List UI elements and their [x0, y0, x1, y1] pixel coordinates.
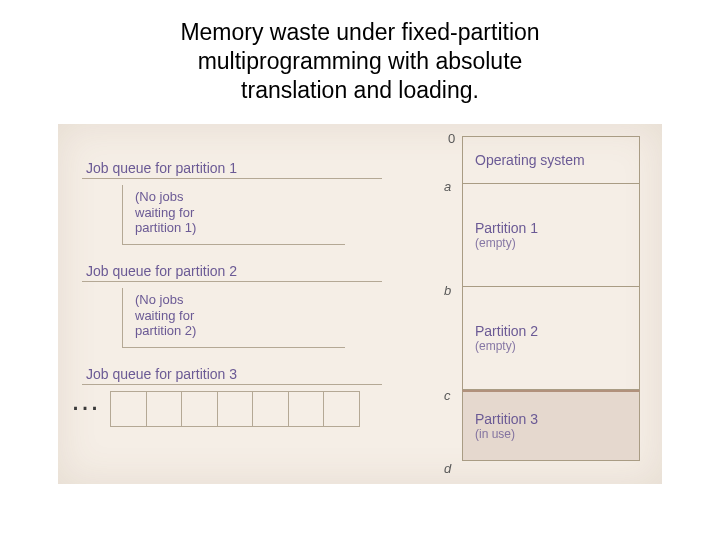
title-line-3: translation and loading.: [241, 77, 479, 103]
segment-partition-2: Partition 2 (empty): [462, 287, 640, 390]
title-line-2: multiprogramming with absolute: [198, 48, 523, 74]
queue-slot: [289, 392, 325, 426]
segment-os-label: Operating system: [475, 152, 639, 168]
queue-3-label: Job queue for partition 3: [82, 366, 382, 385]
addr-c: c: [444, 388, 451, 403]
segment-partition-3: Partition 3 (in use): [462, 390, 640, 461]
queue-slot: [110, 392, 147, 426]
queue-2: Job queue for partition 2 (No jobs waiti…: [82, 263, 382, 348]
segment-partition-1: Partition 1 (empty): [462, 184, 640, 287]
queue-slot: [324, 392, 360, 426]
addr-0: 0: [448, 131, 455, 146]
job-queues: Job queue for partition 1 (No jobs waiti…: [82, 160, 382, 445]
queue-2-empty: (No jobs waiting for partition 2): [122, 288, 345, 348]
slide-title: Memory waste under fixed-partition multi…: [0, 0, 720, 114]
segment-p1-label: Partition 1: [475, 220, 639, 236]
addr-b: b: [444, 283, 451, 298]
segment-p2-state: (empty): [475, 339, 639, 353]
addr-a: a: [444, 179, 451, 194]
queue-1-empty: (No jobs waiting for partition 1): [122, 185, 345, 245]
segment-p2-label: Partition 2: [475, 323, 639, 339]
queue-1: Job queue for partition 1 (No jobs waiti…: [82, 160, 382, 245]
title-line-1: Memory waste under fixed-partition: [180, 19, 539, 45]
addr-d: d: [444, 461, 451, 476]
queue-slot: [147, 392, 183, 426]
queue-1-label: Job queue for partition 1: [82, 160, 382, 179]
segment-os: Operating system: [462, 137, 640, 184]
segment-p3-label: Partition 3: [475, 411, 639, 427]
memory-column: 0 a b c d Operating system Partition 1 (…: [462, 136, 640, 469]
queue-slot: [218, 392, 254, 426]
queue-3-slots: [110, 391, 360, 427]
queue-2-label: Job queue for partition 2: [82, 263, 382, 282]
ellipsis-icon: …: [70, 383, 104, 417]
figure-panel: Job queue for partition 1 (No jobs waiti…: [58, 124, 662, 484]
queue-slot: [182, 392, 218, 426]
segment-p1-state: (empty): [475, 236, 639, 250]
segment-p3-state: (in use): [475, 427, 639, 441]
queue-slot: [253, 392, 289, 426]
queue-3: Job queue for partition 3 …: [82, 366, 382, 427]
